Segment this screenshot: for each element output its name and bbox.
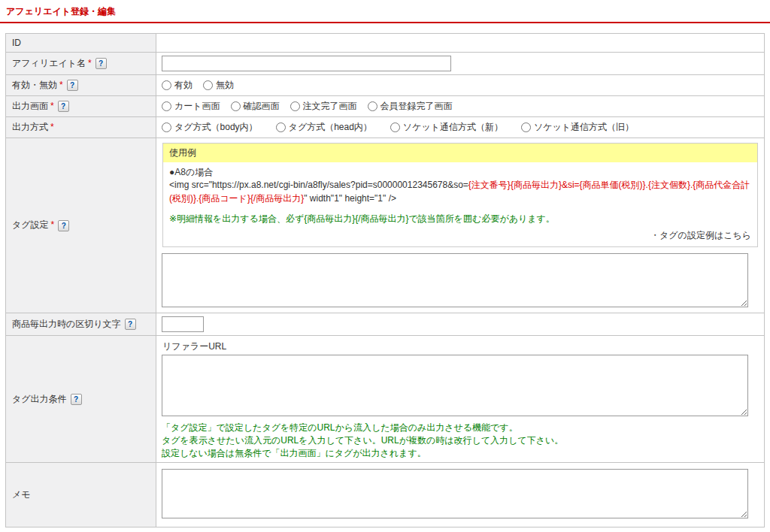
tag-condition-note-2: タグを表示させたい流入元のURLを入力して下さい。URLが複数の時は改行して入力… [162, 434, 759, 447]
referrer-url-label: リファラーURL [162, 340, 759, 353]
tag-example-header: 使用例 [163, 144, 757, 162]
required-mark: * [59, 80, 63, 90]
row-output-screen: 出力画面*? カート画面 確認画面 注文完了画面 会員登録完了画面 [6, 96, 765, 117]
row-tag-condition: タグ出力条件? リファラーURL 「タグ設定」で設定したタグを特定のURLから流… [6, 335, 765, 462]
separator-input[interactable] [162, 316, 204, 332]
row-enabled-header: 有効・無効*? [6, 75, 156, 96]
referrer-url-textarea[interactable] [162, 355, 748, 416]
row-separator-value [156, 313, 765, 335]
row-id-value [156, 34, 765, 53]
tag-example-code: <img src="https://px.a8.net/cgi-bin/a8fl… [169, 179, 751, 205]
output-screen-radio-group: カート画面 確認画面 注文完了画面 会員登録完了画面 [162, 100, 759, 113]
radio-screen-order-complete-input[interactable] [290, 101, 300, 111]
radio-screen-cart-input[interactable] [162, 101, 171, 111]
tag-condition-note-3: 設定しない場合は無条件で「出力画面」にタグが出力されます。 [162, 447, 759, 460]
row-id-header: ID [6, 34, 156, 53]
radio-enabled-off-input[interactable] [203, 80, 213, 90]
tag-condition-notes: 「タグ設定」で設定したタグを特定のURLから流入した場合のみ出力させる機能です。… [162, 422, 759, 459]
radio-enabled-on[interactable]: 有効 [162, 79, 192, 92]
row-tag-condition-label: タグ出力条件 [12, 394, 67, 404]
row-memo-header: メモ [6, 463, 156, 527]
radio-screen-confirm-input[interactable] [231, 101, 241, 111]
help-icon[interactable]: ? [95, 58, 107, 69]
radio-method-tag-body-input[interactable] [162, 122, 171, 132]
memo-textarea[interactable] [162, 469, 748, 518]
tag-example-body: ●A8の場合 <img src="https://px.a8.net/cgi-b… [163, 162, 757, 246]
radio-screen-register-complete-input[interactable] [368, 101, 377, 111]
row-separator: 商品毎出力時の区切り文字? [6, 313, 765, 335]
row-output-screen-value: カート画面 確認画面 注文完了画面 会員登録完了画面 [156, 96, 765, 117]
tag-usage-example-box: 使用例 ●A8の場合 <img src="https://px.a8.net/c… [162, 143, 758, 247]
radio-screen-order-complete[interactable]: 注文完了画面 [290, 100, 357, 113]
row-affiliate-name-value [156, 53, 765, 75]
row-tag-condition-value: リファラーURL 「タグ設定」で設定したタグを特定のURLから流入した場合のみ出… [156, 335, 765, 462]
row-tag-condition-header: タグ出力条件? [6, 335, 156, 462]
row-output-method: 出力方式* タグ方式（body内） タグ方式（head内） ソケット通信方式（新… [6, 117, 765, 138]
row-memo: メモ [6, 463, 765, 527]
row-enabled-label: 有効・無効 [12, 80, 57, 90]
required-mark: * [51, 219, 55, 230]
enabled-radio-group: 有効 無効 [162, 79, 759, 92]
radio-method-socket-old-input[interactable] [521, 122, 531, 132]
required-mark: * [88, 58, 92, 68]
row-tag-setting-value: 使用例 ●A8の場合 <img src="https://px.a8.net/c… [156, 138, 765, 313]
radio-enabled-on-input[interactable] [162, 80, 171, 90]
radio-method-tag-head[interactable]: タグ方式（head内） [276, 121, 372, 134]
row-tag-setting-header: タグ設定*? [6, 138, 156, 313]
tag-example-case: ●A8の場合 [169, 166, 751, 179]
help-icon[interactable]: ? [58, 101, 69, 112]
tag-condition-note-1: 「タグ設定」で設定したタグを特定のURLから流入した場合のみ出力させる機能です。 [162, 422, 759, 434]
row-separator-header: 商品毎出力時の区切り文字? [6, 313, 156, 335]
row-tag-setting: タグ設定*? 使用例 ●A8の場合 <img src="https://px.a… [6, 138, 765, 313]
radio-screen-confirm[interactable]: 確認画面 [231, 100, 280, 113]
radio-method-socket-new[interactable]: ソケット通信方式（新） [390, 121, 503, 134]
tag-setting-textarea[interactable] [162, 253, 748, 307]
page-title: アフェリエイト登録・編集 [0, 0, 770, 23]
row-separator-label: 商品毎出力時の区切り文字 [12, 319, 121, 329]
row-affiliate-name-header: アフィリエイト名*? [6, 53, 156, 75]
tag-code-suffix: " width"1" height="1" /> [304, 193, 396, 204]
tag-example-link[interactable]: ・タグの設定例はこちら [169, 229, 751, 242]
required-mark: * [50, 101, 54, 111]
radio-enabled-off[interactable]: 無効 [203, 79, 234, 92]
row-output-method-header: 出力方式* [6, 117, 156, 138]
radio-method-tag-head-input[interactable] [276, 122, 286, 132]
affiliate-form-table: ID アフィリエイト名*? 有効・無効*? 有効 無効 出力画面*? カート画面 [5, 33, 765, 527]
tag-code-prefix: <img src="https://px.a8.net/cgi-bin/a8fl… [169, 180, 468, 190]
help-icon[interactable]: ? [67, 80, 78, 91]
output-method-radio-group: タグ方式（body内） タグ方式（head内） ソケット通信方式（新） ソケット… [162, 121, 759, 134]
radio-screen-register-complete[interactable]: 会員登録完了画面 [368, 100, 453, 113]
row-affiliate-name-label: アフィリエイト名 [12, 58, 86, 68]
radio-screen-cart[interactable]: カート画面 [162, 100, 220, 113]
help-icon[interactable]: ? [58, 220, 69, 231]
radio-method-socket-new-input[interactable] [390, 122, 400, 132]
row-enabled-value: 有効 無効 [156, 75, 765, 96]
help-icon[interactable]: ? [125, 319, 136, 330]
row-affiliate-name: アフィリエイト名*? [6, 53, 765, 75]
row-memo-value [156, 463, 765, 527]
row-memo-label: メモ [12, 489, 31, 500]
tag-example-note: ※明細情報を出力する場合、必ず{商品毎出力}{/商品毎出力}で該当箇所を囲む必要… [169, 213, 751, 225]
row-output-method-label: 出力方式 [12, 122, 48, 132]
affiliate-name-input[interactable] [162, 56, 451, 71]
row-enabled: 有効・無効*? 有効 無効 [6, 75, 765, 96]
row-id-label: ID [12, 38, 21, 48]
help-icon[interactable]: ? [71, 394, 82, 405]
row-output-method-value: タグ方式（body内） タグ方式（head内） ソケット通信方式（新） ソケット… [156, 117, 765, 138]
row-tag-setting-label: タグ設定 [12, 219, 49, 230]
radio-method-socket-old[interactable]: ソケット通信方式（旧） [521, 121, 634, 134]
row-output-screen-label: 出力画面 [12, 101, 48, 111]
radio-method-tag-body[interactable]: タグ方式（body内） [162, 121, 258, 134]
row-id: ID [6, 34, 765, 53]
required-mark: * [50, 122, 54, 132]
row-output-screen-header: 出力画面*? [6, 96, 156, 117]
